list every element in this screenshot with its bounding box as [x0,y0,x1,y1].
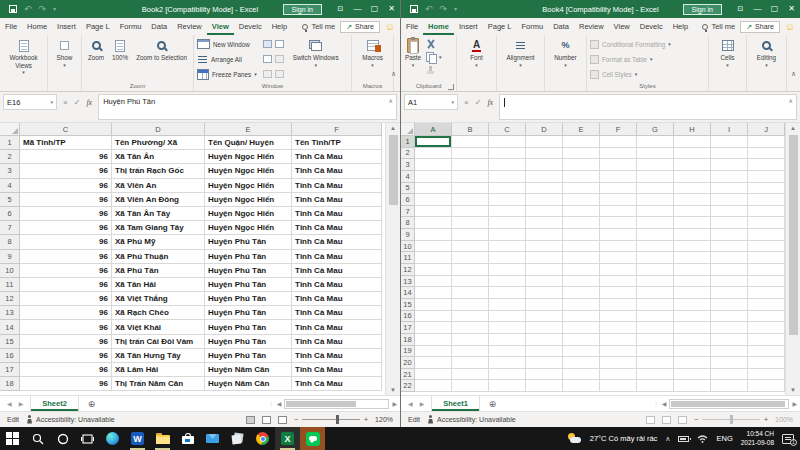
cell-I20[interactable] [711,357,748,369]
sheet-nav-left-icon[interactable]: ◀ [408,400,413,407]
cell-C13[interactable]: 96 [20,306,112,320]
cell-A16[interactable] [415,311,452,323]
cell-H6[interactable] [674,194,711,206]
row-header-4[interactable]: 4 [0,179,20,193]
row-header-3[interactable]: 3 [0,164,20,178]
cell-C3[interactable] [489,159,526,171]
tab-data[interactable]: Data [548,18,574,35]
cell-I1[interactable] [711,136,748,148]
cell-A17[interactable] [415,322,452,334]
column-header-H[interactable]: H [674,123,711,136]
confirm-entry-icon[interactable]: ✓ [74,98,81,107]
cell-C18[interactable]: 96 [20,377,112,391]
sign-in-button[interactable]: Sign in [283,4,322,15]
cell-F13[interactable] [600,276,637,288]
cell-J4[interactable] [748,171,785,183]
cell-D8[interactable]: Xã Phú Mỹ [112,235,205,249]
chrome-icon[interactable] [250,427,275,450]
page-layout-view-icon[interactable] [262,416,271,424]
edge-icon[interactable] [100,427,125,450]
save-icon[interactable] [410,5,418,13]
sheet-tab-sheet1[interactable]: Sheet1 [431,396,480,411]
cell-F3[interactable] [600,159,637,171]
cell-C15[interactable]: 96 [20,335,112,349]
cell-H19[interactable] [674,346,711,358]
cell-J11[interactable] [748,252,785,264]
cell-D2[interactable] [526,148,563,160]
cell-J12[interactable] [748,264,785,276]
tab-formu[interactable]: Formu [516,18,548,35]
hscroll-left-icon[interactable]: ◀ [277,400,282,407]
cell-C17[interactable]: 96 [20,363,112,377]
cell-C1[interactable]: Mã Tỉnh/TP [20,136,112,150]
cell-D9[interactable] [526,229,563,241]
file-explorer-icon[interactable] [150,427,175,450]
cell-E2[interactable]: Huyện Ngọc Hiển [205,150,292,164]
tab-file[interactable]: File [401,18,423,35]
row-header-1[interactable]: 1 [0,136,20,150]
share-button[interactable]: ↗ Share [740,21,780,33]
font-button[interactable]: A Font ▾ [467,37,486,81]
cell-G20[interactable] [637,357,674,369]
scroll-up-icon[interactable]: ▲ [390,123,396,133]
cell-D20[interactable] [526,357,563,369]
cell-J8[interactable] [748,217,785,229]
tab-file[interactable]: File [0,18,22,35]
cell-J10[interactable] [748,241,785,253]
split-icon[interactable] [263,40,272,48]
worksheet-grid-book2[interactable]: CDEF1Mã Tỉnh/TPTên Phường/ XãTên Quận/ H… [0,123,385,395]
cell-F12[interactable] [600,264,637,276]
cell-D4[interactable] [526,171,563,183]
cell-I16[interactable] [711,311,748,323]
cell-H20[interactable] [674,357,711,369]
maximize-button[interactable]: ▢ [766,0,783,18]
cell-C19[interactable] [489,346,526,358]
column-header-A[interactable]: A [415,123,452,136]
cell-F14[interactable] [600,287,637,299]
cell-C16[interactable] [489,311,526,323]
tab-develc[interactable]: Develc [635,18,668,35]
tab-view[interactable]: View [609,18,635,35]
row-header-11[interactable]: 11 [401,252,415,264]
cell-B18[interactable] [452,334,489,346]
cell-E10[interactable]: Huyện Phú Tân [205,264,292,278]
cell-H22[interactable] [674,380,711,392]
cell-C14[interactable] [489,287,526,299]
cell-E4[interactable]: Huyện Ngọc Hiển [205,179,292,193]
cell-F15[interactable]: Tỉnh Cà Mau [292,335,382,349]
cell-H4[interactable] [674,171,711,183]
row-header-2[interactable]: 2 [401,148,415,160]
cell-E21[interactable] [563,369,600,381]
cell-E10[interactable] [563,241,600,253]
column-header-F[interactable]: F [292,123,382,136]
cell-I5[interactable] [711,183,748,195]
cell-D11[interactable] [526,252,563,264]
cell-D5[interactable]: Xã Viên An Đông [112,193,205,207]
cell-F18[interactable]: Tỉnh Cà Mau [292,377,382,391]
weather-icon[interactable] [567,433,582,445]
cell-E1[interactable] [563,136,600,148]
cell-C4[interactable] [489,171,526,183]
cell-G9[interactable] [637,229,674,241]
cell-J5[interactable] [748,183,785,195]
cut-button[interactable] [426,38,442,50]
sheet-nav-right-icon[interactable]: ▶ [420,400,425,407]
cell-F16[interactable]: Tỉnh Cà Mau [292,349,382,363]
cell-A6[interactable] [415,194,452,206]
cell-A4[interactable] [415,171,452,183]
hscroll-right-icon[interactable]: ▶ [392,400,397,407]
cell-C6[interactable] [489,194,526,206]
column-header-F[interactable]: F [600,123,637,136]
zoom-button[interactable]: Zoom [85,37,107,81]
cell-B20[interactable] [452,357,489,369]
cell-A15[interactable] [415,299,452,311]
number-button[interactable]: % Number ▾ [551,37,579,81]
cell-C9[interactable] [489,229,526,241]
cell-D6[interactable]: Xã Tân Ân Tây [112,207,205,221]
cell-C5[interactable]: 96 [20,193,112,207]
row-header-10[interactable]: 10 [0,264,20,278]
tab-review[interactable]: Review [172,18,207,35]
cell-H8[interactable] [674,217,711,229]
sheet-nav-right-icon[interactable]: ▶ [19,400,24,407]
cell-B7[interactable] [452,206,489,218]
